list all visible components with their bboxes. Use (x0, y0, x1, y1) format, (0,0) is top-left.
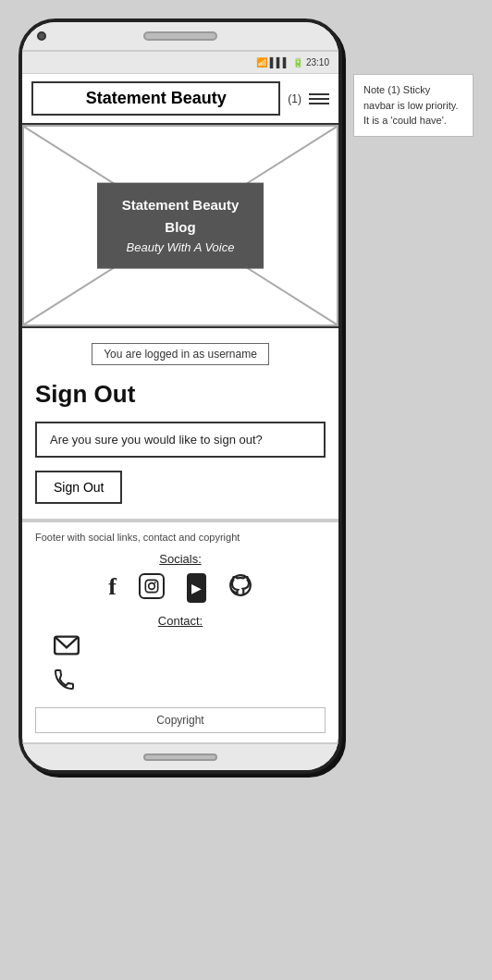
phone-shell: 📶 ▌▌▌ 🔋 23:10 Statement Beauty (1) (18, 18, 342, 774)
github-icon[interactable] (228, 573, 252, 603)
footer-socials-label: Socials: (35, 552, 326, 566)
main-content: You are logged in as username Sign Out A… (22, 328, 338, 521)
footer: Footer with social links, contact and co… (22, 521, 338, 739)
navbar: Statement Beauty (1) (22, 74, 338, 125)
hero-overlay: Statement Beauty Blog Beauty With A Voic… (97, 183, 264, 269)
sign-out-heading: Sign Out (35, 380, 326, 409)
svg-point-4 (154, 582, 155, 583)
status-bar: 📶 ▌▌▌ 🔋 23:10 (22, 52, 338, 74)
sign-out-confirm-text: Are you sure you would like to sign out? (35, 422, 326, 458)
footer-contact-icons (54, 635, 326, 698)
phone-speaker (143, 31, 217, 41)
footer-contact-label: Contact: (35, 614, 326, 628)
sign-out-button[interactable]: Sign Out (35, 471, 122, 504)
instagram-icon[interactable] (139, 573, 165, 599)
signal-icon: ▌▌▌ (270, 57, 289, 67)
hamburger-menu-icon[interactable] (309, 93, 329, 104)
footer-description: Footer with social links, contact and co… (35, 532, 326, 543)
note-box: Note (1) Sticky navbar is low priority. … (353, 74, 474, 137)
hero-section: Statement Beauty Blog Beauty With A Voic… (22, 125, 338, 328)
email-icon[interactable] (54, 635, 80, 661)
page-wrapper: 📶 ▌▌▌ 🔋 23:10 Statement Beauty (1) (18, 18, 474, 774)
hero-subtitle: Beauty With A Voice (119, 239, 241, 258)
svg-point-3 (148, 583, 154, 590)
footer-social-icons: f ▶ (35, 573, 326, 603)
phone-bottom-bar (22, 742, 338, 770)
hero-title: Statement Beauty Blog (119, 194, 241, 239)
status-icons: 📶 ▌▌▌ 🔋 23:10 (256, 57, 329, 67)
navbar-logo: Statement Beauty (31, 81, 280, 116)
footer-copyright-bar: Copyright (35, 707, 326, 733)
time-display: 23:10 (306, 57, 329, 67)
logged-in-badge: You are logged in as username (35, 343, 326, 365)
home-indicator (143, 753, 217, 761)
youtube-icon[interactable]: ▶ (187, 573, 206, 603)
battery-icon: 🔋 (292, 57, 303, 67)
phone-top-bar (22, 22, 338, 52)
phone-icon[interactable] (54, 667, 76, 698)
facebook-icon[interactable]: f (108, 573, 117, 603)
svg-rect-2 (145, 580, 157, 592)
wifi-icon: 📶 (256, 57, 267, 67)
phone-camera-icon (37, 31, 46, 41)
navbar-badge: (1) (288, 92, 301, 105)
